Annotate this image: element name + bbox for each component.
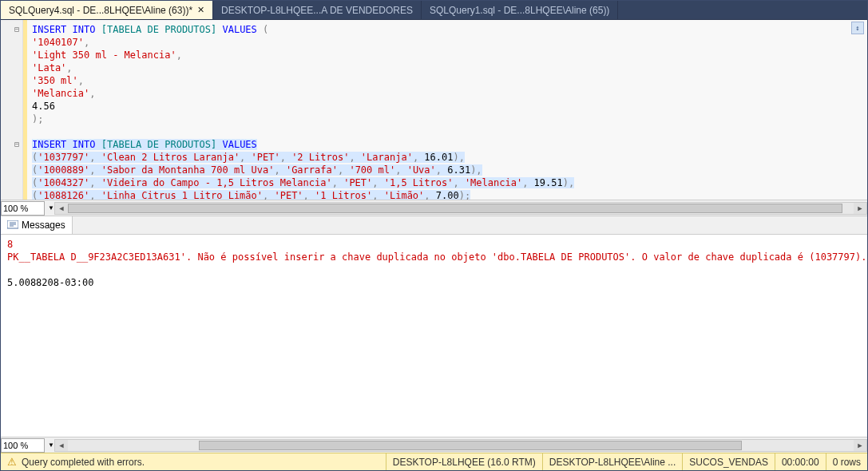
tab-label: DESKTOP-L8LHQEE...A DE VENDEDORES	[221, 5, 413, 16]
scroll-right-icon[interactable]: ►	[854, 203, 866, 214]
outline-collapse-icon[interactable]: ⊟	[1, 138, 22, 151]
tab-vendedores[interactable]: DESKTOP-L8LHQEE...A DE VENDEDORES	[213, 1, 422, 19]
editor-pane: ↕ ⊟ ⊟ INSERT INTO [TABELA DE PRODUTOS] V…	[1, 20, 867, 216]
scroll-left-icon[interactable]: ◄	[55, 440, 68, 451]
tab-label: SQLQuery1.sql - DE...8LHQEE\Aline (65))	[430, 5, 609, 16]
scroll-left-icon[interactable]: ◄	[55, 203, 68, 214]
timestamp-line: 5.0088208-03:00	[7, 277, 93, 288]
tab-messages[interactable]: Messages	[1, 216, 73, 234]
error-line: 8	[7, 239, 13, 250]
zoom-select[interactable]	[1, 438, 45, 453]
status-message: Query completed with errors.	[22, 457, 145, 468]
warning-icon: ⚠	[7, 456, 17, 468]
status-bar: ⚠ Query completed with errors. DESKTOP-L…	[1, 453, 867, 470]
messages-icon	[7, 220, 18, 230]
messages-tab-label: Messages	[22, 220, 65, 231]
horizontal-scrollbar[interactable]: ◄ ►	[54, 439, 867, 452]
status-rows: 0 rows	[826, 453, 867, 470]
code-text[interactable]: INSERT INTO [TABELA DE PRODUTOS] VALUES …	[27, 20, 867, 200]
horizontal-scrollbar[interactable]: ◄ ►	[54, 202, 867, 215]
tab-label: SQLQuery4.sql - DE...8LHQEE\Aline (63))*	[9, 5, 192, 16]
gutter: ⊟ ⊟	[1, 20, 23, 200]
close-icon[interactable]: ✕	[197, 6, 204, 14]
status-time: 00:00:00	[775, 453, 826, 470]
split-window-icon[interactable]: ↕	[851, 22, 864, 34]
tab-sqlquery4[interactable]: SQLQuery4.sql - DE...8LHQEE\Aline (63))*…	[1, 1, 213, 19]
zoom-select[interactable]	[1, 201, 45, 216]
results-tab-bar: Messages	[1, 216, 867, 235]
status-server: DESKTOP-L8LHQEE (16.0 RTM)	[386, 453, 542, 470]
document-tab-bar: SQLQuery4.sql - DE...8LHQEE\Aline (63))*…	[1, 1, 867, 20]
code-area[interactable]: ↕ ⊟ ⊟ INSERT INTO [TABELA DE PRODUTOS] V…	[1, 20, 867, 200]
outline-collapse-icon[interactable]: ⊟	[1, 23, 22, 36]
scroll-thumb[interactable]	[199, 441, 742, 450]
messages-zoom-bar: ▼ ◄ ►	[1, 437, 867, 453]
messages-output[interactable]: 8 PK__TABELA D__9F23A2C3ED13A631'. Não é…	[1, 235, 867, 437]
tab-sqlquery1[interactable]: SQLQuery1.sql - DE...8LHQEE\Aline (65))	[422, 1, 618, 19]
error-line: PK__TABELA D__9F23A2C3ED13A631'. Não é p…	[7, 251, 866, 263]
status-database: SUCOS_VENDAS	[682, 453, 775, 470]
editor-zoom-bar: ▼ ◄ ►	[1, 200, 867, 216]
scroll-right-icon[interactable]: ►	[854, 440, 866, 451]
status-user: DESKTOP-L8LHQEE\Aline ...	[542, 453, 683, 470]
scroll-thumb[interactable]	[68, 204, 842, 213]
